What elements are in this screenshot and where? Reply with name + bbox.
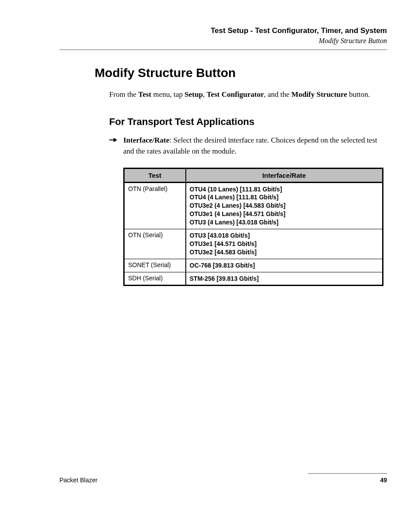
page-footer: Packet Blazer 49 bbox=[59, 473, 387, 484]
table-row: SONET (Serial)OC-768 [39.813 Gbit/s] bbox=[124, 259, 383, 272]
table-cell-rate: OTU4 (10 Lanes) [111.81 Gbit/s]OTU4 (4 L… bbox=[186, 182, 383, 229]
running-header: Test Setup - Test Configurator, Timer, a… bbox=[59, 26, 387, 45]
header-rule bbox=[59, 49, 387, 50]
table-header-test: Test bbox=[124, 168, 186, 182]
intro-text: button. bbox=[347, 90, 370, 99]
rate-option: OTU3e2 (4 Lanes) [44.583 Gbit/s] bbox=[190, 202, 379, 210]
table-cell-test: SONET (Serial) bbox=[124, 259, 186, 272]
rate-option: OTU3e1 [44.571 Gbit/s] bbox=[190, 240, 379, 248]
section-heading: For Transport Test Applications bbox=[109, 116, 387, 128]
rate-option: OTU3 [43.018 Gbit/s] bbox=[190, 231, 379, 240]
table-cell-rate: OC-768 [39.813 Gbit/s] bbox=[186, 259, 383, 272]
table-cell-test: OTN (Serial) bbox=[124, 229, 186, 259]
table-row: OTN (Parallel)OTU4 (10 Lanes) [111.81 Gb… bbox=[124, 182, 383, 229]
rate-option: OTU3 (4 Lanes) [43.018 Gbit/s] bbox=[190, 218, 379, 227]
table-cell-test: OTN (Parallel) bbox=[124, 182, 186, 229]
table-cell-test: SDH (Serial) bbox=[124, 272, 186, 286]
rate-option: OTU3e1 (4 Lanes) [44.571 Gbit/s] bbox=[190, 210, 379, 218]
intro-menu-modify-structure: Modify Structure bbox=[291, 90, 347, 99]
bullet-label: Interface/Rate bbox=[123, 136, 169, 144]
page-title: Modify Structure Button bbox=[95, 66, 387, 80]
footer-rule bbox=[308, 473, 387, 474]
intro-text: From the bbox=[109, 90, 138, 99]
intro-menu-setup: Setup bbox=[184, 90, 203, 99]
table-row: OTN (Serial)OTU3 [43.018 Gbit/s]OTU3e1 [… bbox=[124, 229, 383, 259]
section-subtitle: Modify Structure Button bbox=[59, 37, 387, 45]
chapter-title: Test Setup - Test Configurator, Timer, a… bbox=[59, 26, 387, 35]
page: Test Setup - Test Configurator, Timer, a… bbox=[0, 0, 420, 510]
footer-page-number: 49 bbox=[380, 477, 387, 484]
intro-menu-test-configurator: Test Configurator bbox=[206, 90, 264, 99]
intro-text: , and the bbox=[264, 90, 291, 99]
bullet-text: Interface/Rate: Select the desired inter… bbox=[123, 135, 387, 157]
footer-product: Packet Blazer bbox=[59, 477, 97, 484]
table-row: SDH (Serial)STM-256 [39.813 Gbit/s] bbox=[124, 272, 383, 286]
rate-option: OTU3e2 [44.583 Gbit/s] bbox=[190, 248, 379, 257]
table-cell-rate: STM-256 [39.813 Gbit/s] bbox=[186, 272, 383, 286]
bullet-arrow-icon bbox=[109, 135, 123, 157]
intro-paragraph: From the Test menu, tap Setup, Test Conf… bbox=[109, 89, 387, 100]
rate-option: OTU4 (10 Lanes) [111.81 Gbit/s] bbox=[190, 185, 379, 194]
table-header-row: Test Interface/Rate bbox=[124, 168, 383, 182]
rate-option: STM-256 [39.813 Gbit/s] bbox=[190, 275, 379, 283]
table-cell-rate: OTU3 [43.018 Gbit/s]OTU3e1 [44.571 Gbit/… bbox=[186, 229, 383, 259]
intro-menu-test: Test bbox=[138, 90, 151, 99]
table-header-rate: Interface/Rate bbox=[186, 168, 383, 182]
rate-option: OTU4 (4 Lanes) [111.81 Gbit/s] bbox=[190, 193, 379, 202]
interface-rate-table-wrap: Test Interface/Rate OTN (Parallel)OTU4 (… bbox=[123, 168, 387, 286]
intro-text: menu, tap bbox=[151, 90, 185, 99]
rate-option: OC-768 [39.813 Gbit/s] bbox=[190, 261, 379, 270]
bullet-item: Interface/Rate: Select the desired inter… bbox=[109, 135, 387, 157]
interface-rate-table: Test Interface/Rate OTN (Parallel)OTU4 (… bbox=[123, 168, 383, 286]
